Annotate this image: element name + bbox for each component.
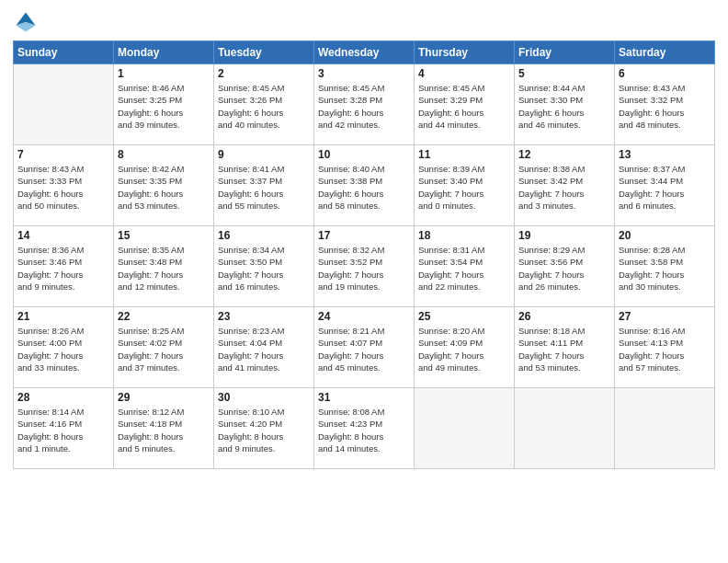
week-row-1: 7Sunrise: 8:43 AM Sunset: 3:33 PM Daylig… <box>14 145 715 226</box>
day-cell <box>615 388 715 469</box>
day-number: 20 <box>619 229 711 242</box>
day-info: Sunrise: 8:41 AM Sunset: 3:37 PM Dayligh… <box>218 163 310 212</box>
day-number: 11 <box>418 148 510 161</box>
day-cell: 24Sunrise: 8:21 AM Sunset: 4:07 PM Dayli… <box>314 307 415 388</box>
day-cell: 31Sunrise: 8:08 AM Sunset: 4:23 PM Dayli… <box>314 388 415 469</box>
day-number: 17 <box>318 229 410 242</box>
day-cell: 15Sunrise: 8:35 AM Sunset: 3:48 PM Dayli… <box>114 226 214 307</box>
day-info: Sunrise: 8:34 AM Sunset: 3:50 PM Dayligh… <box>218 244 310 293</box>
day-info: Sunrise: 8:14 AM Sunset: 4:16 PM Dayligh… <box>17 406 109 454</box>
day-number: 3 <box>318 67 410 80</box>
day-cell: 18Sunrise: 8:31 AM Sunset: 3:54 PM Dayli… <box>415 226 515 307</box>
day-info: Sunrise: 8:43 AM Sunset: 3:32 PM Dayligh… <box>619 82 711 131</box>
col-header-monday: Monday <box>114 41 214 64</box>
day-info: Sunrise: 8:25 AM Sunset: 4:02 PM Dayligh… <box>118 325 210 373</box>
day-info: Sunrise: 8:31 AM Sunset: 3:54 PM Dayligh… <box>418 244 510 293</box>
day-info: Sunrise: 8:37 AM Sunset: 3:44 PM Dayligh… <box>619 163 711 212</box>
day-cell: 29Sunrise: 8:12 AM Sunset: 4:18 PM Dayli… <box>114 388 214 469</box>
day-info: Sunrise: 8:32 AM Sunset: 3:52 PM Dayligh… <box>318 244 410 293</box>
day-number: 24 <box>318 310 410 323</box>
day-number: 19 <box>518 229 610 242</box>
day-number: 8 <box>118 148 210 161</box>
day-cell: 6Sunrise: 8:43 AM Sunset: 3:32 PM Daylig… <box>615 64 715 145</box>
col-header-friday: Friday <box>515 41 615 64</box>
day-number: 29 <box>118 391 210 404</box>
col-header-saturday: Saturday <box>615 41 715 64</box>
day-number: 15 <box>118 229 210 242</box>
day-cell: 11Sunrise: 8:39 AM Sunset: 3:40 PM Dayli… <box>415 145 515 226</box>
day-cell <box>515 388 615 469</box>
day-cell: 7Sunrise: 8:43 AM Sunset: 3:33 PM Daylig… <box>14 145 114 226</box>
header-row: SundayMondayTuesdayWednesdayThursdayFrid… <box>14 41 715 64</box>
day-cell: 20Sunrise: 8:28 AM Sunset: 3:58 PM Dayli… <box>615 226 715 307</box>
day-cell: 19Sunrise: 8:29 AM Sunset: 3:56 PM Dayli… <box>515 226 615 307</box>
day-number: 4 <box>418 67 510 80</box>
day-info: Sunrise: 8:43 AM Sunset: 3:33 PM Dayligh… <box>17 163 109 212</box>
day-cell <box>14 64 114 145</box>
day-number: 25 <box>418 310 510 323</box>
day-info: Sunrise: 8:12 AM Sunset: 4:18 PM Dayligh… <box>118 406 210 454</box>
col-header-tuesday: Tuesday <box>214 41 314 64</box>
day-number: 7 <box>17 148 109 161</box>
day-number: 6 <box>619 67 711 80</box>
day-info: Sunrise: 8:08 AM Sunset: 4:23 PM Dayligh… <box>318 406 410 454</box>
day-number: 9 <box>218 148 310 161</box>
week-row-0: 1Sunrise: 8:46 AM Sunset: 3:25 PM Daylig… <box>14 64 715 145</box>
day-cell: 3Sunrise: 8:45 AM Sunset: 3:28 PM Daylig… <box>314 64 415 145</box>
day-cell: 22Sunrise: 8:25 AM Sunset: 4:02 PM Dayli… <box>114 307 214 388</box>
day-info: Sunrise: 8:16 AM Sunset: 4:13 PM Dayligh… <box>619 325 711 373</box>
day-info: Sunrise: 8:44 AM Sunset: 3:30 PM Dayligh… <box>518 82 610 131</box>
day-info: Sunrise: 8:23 AM Sunset: 4:04 PM Dayligh… <box>218 325 310 373</box>
day-cell: 14Sunrise: 8:36 AM Sunset: 3:46 PM Dayli… <box>14 226 114 307</box>
day-number: 10 <box>318 148 410 161</box>
day-number: 12 <box>518 148 610 161</box>
col-header-wednesday: Wednesday <box>314 41 415 64</box>
day-cell: 10Sunrise: 8:40 AM Sunset: 3:38 PM Dayli… <box>314 145 415 226</box>
day-info: Sunrise: 8:42 AM Sunset: 3:35 PM Dayligh… <box>118 163 210 212</box>
day-cell: 5Sunrise: 8:44 AM Sunset: 3:30 PM Daylig… <box>515 64 615 145</box>
day-number: 2 <box>218 67 310 80</box>
day-number: 26 <box>518 310 610 323</box>
page: SundayMondayTuesdayWednesdayThursdayFrid… <box>0 0 728 563</box>
day-cell: 17Sunrise: 8:32 AM Sunset: 3:52 PM Dayli… <box>314 226 415 307</box>
day-cell: 9Sunrise: 8:41 AM Sunset: 3:37 PM Daylig… <box>214 145 314 226</box>
day-number: 18 <box>418 229 510 242</box>
day-info: Sunrise: 8:36 AM Sunset: 3:46 PM Dayligh… <box>17 244 109 293</box>
day-number: 14 <box>17 229 109 242</box>
day-number: 16 <box>218 229 310 242</box>
day-number: 31 <box>318 391 410 404</box>
day-info: Sunrise: 8:45 AM Sunset: 3:26 PM Dayligh… <box>218 82 310 131</box>
day-cell: 12Sunrise: 8:38 AM Sunset: 3:42 PM Dayli… <box>515 145 615 226</box>
day-info: Sunrise: 8:20 AM Sunset: 4:09 PM Dayligh… <box>418 325 510 373</box>
calendar-table: SundayMondayTuesdayWednesdayThursdayFrid… <box>13 40 715 469</box>
day-info: Sunrise: 8:26 AM Sunset: 4:00 PM Dayligh… <box>17 325 109 373</box>
day-cell: 13Sunrise: 8:37 AM Sunset: 3:44 PM Dayli… <box>615 145 715 226</box>
day-info: Sunrise: 8:21 AM Sunset: 4:07 PM Dayligh… <box>318 325 410 373</box>
day-cell: 8Sunrise: 8:42 AM Sunset: 3:35 PM Daylig… <box>114 145 214 226</box>
day-number: 13 <box>619 148 711 161</box>
day-info: Sunrise: 8:46 AM Sunset: 3:25 PM Dayligh… <box>118 82 210 131</box>
day-info: Sunrise: 8:28 AM Sunset: 3:58 PM Dayligh… <box>619 244 711 293</box>
logo-icon <box>13 9 39 35</box>
day-cell: 2Sunrise: 8:45 AM Sunset: 3:26 PM Daylig… <box>214 64 314 145</box>
day-number: 28 <box>17 391 109 404</box>
day-info: Sunrise: 8:40 AM Sunset: 3:38 PM Dayligh… <box>318 163 410 212</box>
day-cell: 27Sunrise: 8:16 AM Sunset: 4:13 PM Dayli… <box>615 307 715 388</box>
day-number: 5 <box>518 67 610 80</box>
day-cell: 30Sunrise: 8:10 AM Sunset: 4:20 PM Dayli… <box>214 388 314 469</box>
day-number: 1 <box>118 67 210 80</box>
day-info: Sunrise: 8:10 AM Sunset: 4:20 PM Dayligh… <box>218 406 310 454</box>
day-number: 30 <box>218 391 310 404</box>
day-cell: 16Sunrise: 8:34 AM Sunset: 3:50 PM Dayli… <box>214 226 314 307</box>
week-row-3: 21Sunrise: 8:26 AM Sunset: 4:00 PM Dayli… <box>14 307 715 388</box>
day-number: 21 <box>17 310 109 323</box>
day-info: Sunrise: 8:38 AM Sunset: 3:42 PM Dayligh… <box>518 163 610 212</box>
week-row-4: 28Sunrise: 8:14 AM Sunset: 4:16 PM Dayli… <box>14 388 715 469</box>
day-cell: 21Sunrise: 8:26 AM Sunset: 4:00 PM Dayli… <box>14 307 114 388</box>
col-header-sunday: Sunday <box>14 41 114 64</box>
day-number: 22 <box>118 310 210 323</box>
day-info: Sunrise: 8:18 AM Sunset: 4:11 PM Dayligh… <box>518 325 610 373</box>
day-cell: 28Sunrise: 8:14 AM Sunset: 4:16 PM Dayli… <box>14 388 114 469</box>
week-row-2: 14Sunrise: 8:36 AM Sunset: 3:46 PM Dayli… <box>14 226 715 307</box>
day-number: 23 <box>218 310 310 323</box>
